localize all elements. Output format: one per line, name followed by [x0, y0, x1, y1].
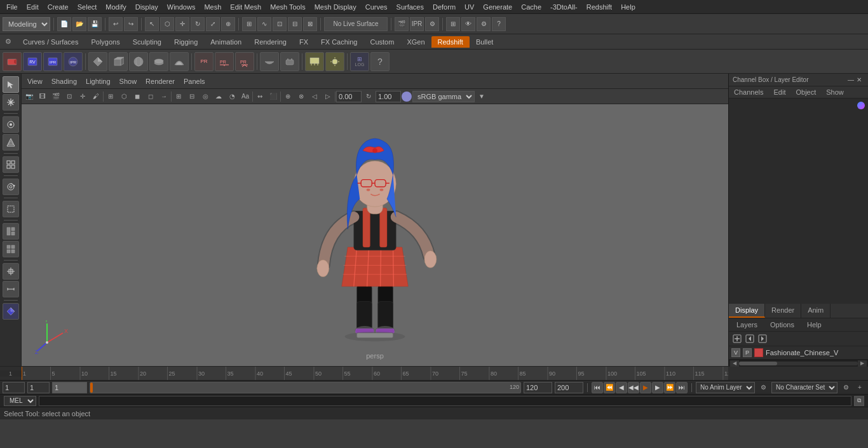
goto-first-frame-btn[interactable]: ⏮	[592, 382, 603, 393]
undo-btn[interactable]: ↩	[109, 17, 123, 31]
vp-scale-value[interactable]	[376, 91, 401, 102]
vp-depth-icon[interactable]: ⬛	[267, 90, 280, 103]
menu-3dtoall[interactable]: -3DtoAll-	[546, 2, 581, 12]
vp-bookmark-icon[interactable]: ⊗	[295, 90, 308, 103]
shelf-tab-fx-caching[interactable]: FX Caching	[315, 36, 363, 48]
menu-mesh-display[interactable]: Mesh Display	[311, 2, 360, 12]
menu-mesh-tools[interactable]: Mesh Tools	[266, 2, 309, 12]
layer-row-1[interactable]: V P Fashionate_Chinese_V	[729, 346, 868, 360]
menu-deform[interactable]: Deform	[429, 2, 459, 12]
shelf-icon-rs-bowl[interactable]	[260, 52, 279, 71]
shelf-tab-polygons[interactable]: Polygons	[85, 36, 126, 48]
anim-layer-dropdown[interactable]: No Anim Layer	[696, 382, 755, 393]
rs-render-icon[interactable]	[3, 303, 19, 320]
vp-ao-icon[interactable]: ◔	[226, 90, 238, 103]
universal-manip-btn[interactable]: ⊕	[221, 17, 235, 31]
shelf-icon-rs-sphere[interactable]	[129, 52, 148, 71]
shelf-icon-rs-pr1[interactable]: PR	[194, 52, 214, 71]
move-tool-btn[interactable]: ✛	[175, 17, 189, 31]
menu-select[interactable]: Select	[74, 2, 101, 12]
shelf-icon-rs-ipr[interactable]: IPR	[43, 52, 62, 71]
shelf-icon-rs-help[interactable]: ?	[370, 52, 390, 71]
ch-tab-channels[interactable]: Channels	[729, 86, 768, 98]
shelf-icon-rs-settings[interactable]: ⊞ LOG	[350, 52, 369, 71]
vp-menu-panels[interactable]: Panels	[180, 76, 208, 86]
vp-menu-view[interactable]: View	[24, 76, 46, 86]
timeline-numbers[interactable]: // Ticks rendered via SVG - static repre…	[22, 367, 728, 381]
scale-tool-btn[interactable]: ⤢	[206, 17, 220, 31]
marquee-select-btn[interactable]	[3, 201, 19, 217]
play-backward-btn[interactable]: ◀◀	[628, 382, 639, 393]
workspace-dropdown[interactable]: Modeling	[3, 17, 50, 31]
play-forward-btn[interactable]: ▶	[640, 382, 651, 393]
new-scene-btn[interactable]: 📄	[57, 17, 71, 31]
open-scene-btn[interactable]: 📂	[72, 17, 86, 31]
vp-textured-icon[interactable]: ◼	[131, 90, 144, 103]
subtab-options[interactable]: Options	[765, 320, 799, 330]
shelf-icon-rs-area-light[interactable]	[305, 52, 324, 71]
lasso-select-btn[interactable]: ⬡	[160, 17, 174, 31]
vp-grid-icon[interactable]: ⊞	[172, 90, 185, 103]
subtab-help[interactable]: Help	[802, 320, 827, 330]
render-settings-btn[interactable]: ⚙	[425, 17, 439, 31]
tab-display[interactable]: Display	[729, 304, 765, 318]
quick-layout-btn[interactable]	[3, 223, 19, 240]
shelf-icon-rs-octahedron[interactable]	[88, 52, 107, 71]
transform-tool-btn[interactable]	[3, 94, 19, 111]
ch-tab-object[interactable]: Object	[790, 86, 821, 98]
current-frame-field-1[interactable]	[27, 382, 50, 393]
menu-cache[interactable]: Cache	[517, 2, 545, 12]
shelf-tab-redshift[interactable]: Redshift	[431, 36, 470, 48]
vp-rotate-icon[interactable]: ↻	[362, 90, 375, 103]
vp-color-arrow-icon[interactable]: ▼	[475, 90, 488, 103]
menu-windows[interactable]: Windows	[163, 2, 200, 12]
shelf-settings-icon[interactable]: ⚙	[3, 36, 14, 48]
timeline[interactable]: 1 // Ticks rendered via SVG - static rep…	[0, 366, 868, 380]
snap-view-btn[interactable]: ⊟	[288, 17, 302, 31]
shelf-tab-animation[interactable]: Animation	[204, 36, 248, 48]
layer-visibility-btn[interactable]: V	[731, 348, 740, 357]
vp-motion-icon[interactable]: ↭	[254, 90, 266, 103]
shelf-icon-rs-pr3[interactable]: PR	[235, 52, 254, 71]
shelf-icon-rs-render[interactable]: RV	[23, 52, 42, 71]
settings-btn[interactable]: ⚙	[477, 17, 491, 31]
shelf-icon-rs-mat[interactable]: IPR	[64, 52, 83, 71]
scroll-track[interactable]	[739, 362, 858, 365]
step-back-frame-btn[interactable]: ⏪	[604, 382, 615, 393]
shelf-icon-rs-cube[interactable]	[109, 52, 128, 71]
layer-color-swatch[interactable]	[754, 348, 763, 357]
shelf-tab-custom[interactable]: Custom	[364, 36, 401, 48]
view-btn[interactable]: 👁	[461, 17, 475, 31]
shelf-tab-xgen[interactable]: XGen	[400, 36, 431, 48]
vp-menu-lighting[interactable]: Lighting	[83, 76, 114, 86]
snap-point-btn[interactable]: ⊡	[273, 17, 287, 31]
step-back-key-btn[interactable]: ◀	[616, 382, 627, 393]
menu-curves[interactable]: Curves	[362, 2, 391, 12]
layer-scrollbar[interactable]: ◀ ▶	[729, 360, 868, 366]
subtab-layers[interactable]: Layers	[731, 320, 763, 330]
shelf-tab-sculpting[interactable]: Sculpting	[126, 36, 168, 48]
char-set-add-btn[interactable]: +	[854, 382, 865, 393]
shelf-icon-rs-volume[interactable]	[280, 52, 299, 71]
vp-film2-icon[interactable]: 🎬	[50, 90, 62, 103]
vp-frame-icon[interactable]: ⊕	[281, 90, 294, 103]
rotate-tool-left[interactable]	[3, 179, 19, 195]
vp-fwd-icon[interactable]: ▷	[322, 90, 334, 103]
tab-render[interactable]: Render	[765, 304, 801, 318]
start-frame-field[interactable]	[3, 382, 25, 393]
ch-tab-edit[interactable]: Edit	[768, 86, 790, 98]
shelf-icon-rs-disk[interactable]	[149, 52, 168, 71]
vp-normals-icon[interactable]: →	[158, 90, 170, 103]
scroll-left-btn[interactable]: ◀	[730, 360, 739, 367]
vp-camera-icon[interactable]: 📷	[23, 90, 36, 103]
menu-edit-mesh[interactable]: Edit Mesh	[226, 2, 265, 12]
menu-modify[interactable]: Modify	[102, 2, 130, 12]
rotate-tool-btn[interactable]: ↻	[191, 17, 205, 31]
shelf-icon-rs-sun-light[interactable]	[325, 52, 344, 71]
shelf-icon-rs-pr2[interactable]: PR	[215, 52, 234, 71]
vp-film-icon[interactable]: 🎞	[36, 90, 49, 103]
vp-color-space-dropdown[interactable]: sRGB gamma	[412, 91, 475, 102]
menu-uv[interactable]: UV	[461, 2, 478, 12]
paint-select-btn[interactable]	[3, 116, 19, 133]
menu-create[interactable]: Create	[44, 2, 72, 12]
